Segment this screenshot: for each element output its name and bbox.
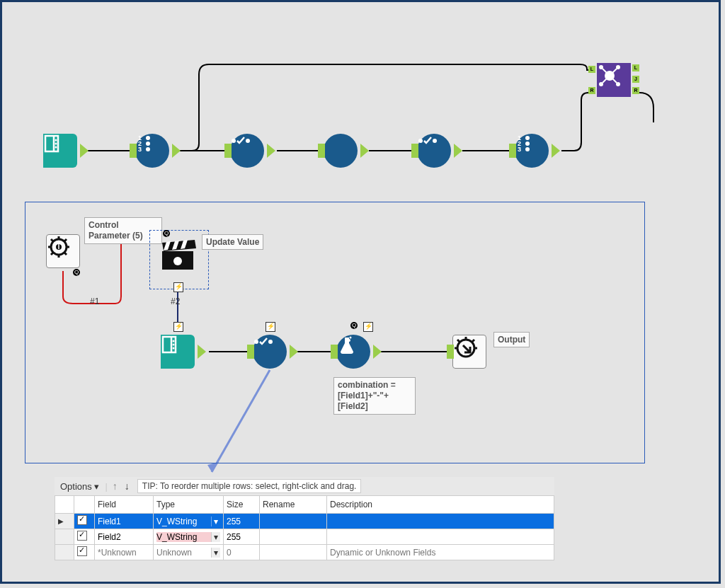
numbered-list-icon: 123 [515, 134, 533, 152]
cell-desc[interactable]: Dynamic or Unknown Fields [327, 545, 554, 560]
type-dropdown-icon[interactable]: ▾ [211, 532, 220, 542]
svg-point-10 [55, 139, 57, 142]
record-id-tool-1[interactable]: 123 [135, 134, 169, 168]
col-size[interactable]: Size [224, 496, 260, 514]
q-anchor-icon[interactable]: Q [163, 230, 170, 237]
cell-desc[interactable] [327, 529, 554, 545]
anchor-out-icon[interactable] [360, 144, 369, 158]
lightning-anchor-icon[interactable]: ⚡ [266, 322, 275, 332]
lightning-anchor-icon[interactable]: ⚡ [363, 322, 373, 332]
svg-point-21 [418, 139, 423, 143]
anchor-in-icon[interactable] [447, 345, 454, 359]
q-anchor-icon[interactable]: Q [350, 322, 358, 329]
anchor-out-icon[interactable] [172, 144, 181, 158]
anchor-in-icon[interactable] [247, 345, 254, 359]
svg-point-55 [173, 344, 175, 346]
join-anchor-l-in[interactable]: L [588, 66, 595, 73]
select-config-panel: Options ▾ | ↑ ↓ TIP: To reorder multiple… [55, 477, 554, 560]
cell-rename[interactable] [260, 529, 327, 545]
input-data-tool-sub[interactable] [161, 335, 195, 369]
cell-field[interactable]: Field2 [95, 529, 154, 545]
generic-tool[interactable] [324, 134, 358, 168]
anchor-out-icon[interactable] [454, 144, 462, 158]
move-up-button[interactable]: ↑ [110, 480, 120, 492]
cell-size[interactable]: 0 [224, 545, 260, 560]
cell-desc[interactable] [327, 514, 554, 529]
cell-rename[interactable] [260, 514, 327, 529]
formula-tool[interactable] [336, 335, 370, 369]
anchor-out-icon[interactable] [290, 345, 298, 359]
include-checkbox[interactable] [77, 515, 87, 525]
move-down-button[interactable]: ↓ [122, 480, 132, 492]
svg-point-60 [350, 337, 352, 339]
cell-size[interactable]: 255 [224, 529, 260, 545]
macro-output-label: Output [493, 332, 530, 347]
flask-icon [336, 335, 358, 356]
svg-point-26 [525, 136, 530, 140]
select-tool-2[interactable] [417, 134, 451, 168]
macro-output-tool[interactable] [452, 335, 486, 369]
table-row[interactable]: ▶ Field1 V_WString▾ 255 [55, 514, 554, 529]
svg-point-12 [55, 146, 57, 149]
svg-text:3: 3 [518, 146, 521, 152]
col-rename[interactable]: Rename [260, 496, 327, 514]
include-checkbox[interactable] [77, 531, 87, 541]
table-row[interactable]: Field2 V_WString▾ 255 [55, 529, 554, 545]
q-anchor-icon[interactable]: Q [73, 269, 80, 276]
action-tool-label: Update Value [202, 234, 263, 250]
select-tool-1[interactable] [230, 134, 264, 168]
anchor-out-icon[interactable] [552, 144, 560, 158]
col-description[interactable]: Description [327, 496, 554, 514]
join-anchor-r-in[interactable]: R [588, 87, 595, 94]
anchor-out-icon[interactable] [198, 345, 206, 359]
anchor-out-icon[interactable] [373, 345, 382, 359]
anchor-in-icon[interactable] [331, 345, 338, 359]
table-header-row: Field Type Size Rename Description [55, 496, 554, 514]
anchor-out-icon[interactable] [80, 144, 89, 158]
include-checkbox[interactable] [77, 546, 87, 556]
col-field[interactable]: Field [95, 496, 154, 514]
anchor-in-icon[interactable] [318, 144, 325, 158]
svg-point-17 [146, 142, 150, 146]
anchor-in-icon[interactable] [130, 144, 137, 158]
formula-expr-label: combination = [Field1]+"-"+[Field2] [333, 377, 416, 415]
cell-size[interactable]: 255 [224, 514, 260, 529]
anchor-in-icon[interactable] [224, 144, 232, 158]
anchor-out-icon[interactable] [267, 144, 275, 158]
action-tool[interactable] [161, 238, 196, 272]
cell-type[interactable]: V_WString [156, 517, 197, 526]
lightning-anchor-icon[interactable]: ⚡ [173, 282, 183, 292]
svg-line-65 [457, 340, 460, 342]
options-dropdown[interactable]: Options ▾ [57, 480, 102, 492]
input-data-tool[interactable] [43, 134, 77, 168]
svg-line-44 [51, 239, 54, 242]
conn-label-2: #2 [171, 296, 180, 306]
type-dropdown-icon[interactable]: ▾ [211, 548, 220, 558]
book-icon [43, 134, 63, 154]
control-parameter-tool[interactable] [46, 234, 80, 268]
record-id-tool-2[interactable]: 123 [515, 134, 549, 168]
cell-type[interactable]: V_WString [156, 532, 197, 542]
anchor-in-icon[interactable] [411, 144, 418, 158]
anchor-in-icon[interactable] [509, 144, 516, 158]
join-tool[interactable] [597, 63, 631, 97]
svg-point-59 [348, 339, 350, 342]
cell-type[interactable]: Unknown [156, 548, 192, 558]
select-tool-sub[interactable] [253, 335, 287, 369]
join-anchor-j-out[interactable]: J [632, 76, 639, 83]
svg-line-35 [612, 69, 617, 73]
svg-point-16 [146, 136, 150, 140]
cell-rename[interactable] [260, 545, 327, 560]
check-dots-icon [417, 134, 438, 148]
table-row[interactable]: *Unknown Unknown▾ 0 Dynamic or Unknown F… [55, 545, 554, 560]
col-type[interactable]: Type [154, 496, 224, 514]
cell-field[interactable]: *Unknown [95, 545, 154, 560]
svg-point-58 [268, 340, 273, 344]
join-anchor-r-out[interactable]: R [632, 87, 639, 94]
cell-field[interactable]: Field1 [95, 514, 154, 529]
svg-point-18 [146, 147, 150, 151]
type-dropdown-icon[interactable]: ▾ [211, 517, 220, 526]
lightning-anchor-icon[interactable]: ⚡ [173, 322, 183, 332]
join-anchor-l-out[interactable]: L [632, 64, 639, 71]
svg-point-19 [232, 139, 236, 143]
